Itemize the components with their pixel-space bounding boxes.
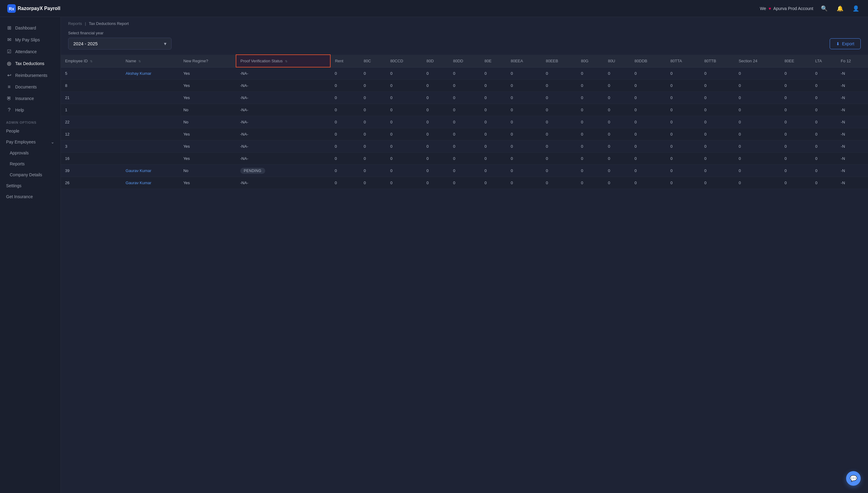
documents-icon: ≡ (6, 84, 12, 90)
sidebar-item-approvals[interactable]: Approvals (0, 147, 61, 158)
cell-proof-status: -NA- (236, 128, 331, 141)
col-emp-id: Employee ID ⇅ (61, 55, 121, 67)
cell-value: 0 (480, 80, 507, 92)
cell-value: 0 (422, 92, 449, 104)
cell-value: 0 (330, 177, 359, 189)
cell-name[interactable]: Gaurav Kumar (121, 177, 179, 189)
sidebar-item-reports[interactable]: Reports (0, 158, 61, 169)
cell-value: -N (837, 128, 868, 141)
cell-value: 0 (422, 128, 449, 141)
cell-value: -N (837, 177, 868, 189)
sidebar-item-documents[interactable]: ≡ Documents (0, 81, 61, 93)
cell-emp-id: 5 (61, 67, 121, 80)
sidebar-item-dashboard[interactable]: ⊞ Dashboard (0, 22, 61, 34)
cell-value: 0 (811, 104, 836, 116)
tax-deductions-icon: ◎ (6, 61, 12, 66)
user-button[interactable]: 👤 (851, 4, 861, 13)
cell-value: 0 (449, 177, 480, 189)
chat-button[interactable]: 💬 (846, 471, 861, 486)
sidebar-item-get-insurance[interactable]: Get Insurance (0, 191, 61, 202)
admin-section-label: ADMIN OPTIONS (0, 116, 61, 126)
cell-value: 0 (735, 128, 780, 141)
sidebar-item-reimbursements[interactable]: ↩ Reimbursements (0, 69, 61, 81)
cell-new-regime: Yes (179, 67, 236, 80)
cell-new-regime: No (179, 165, 236, 177)
financial-year-select[interactable]: 2022 - 2023 2023 - 2024 2024 - 2025 (68, 38, 171, 49)
sidebar-item-people[interactable]: People (0, 126, 61, 136)
cell-proof-status: -NA- (236, 177, 331, 189)
col-fo12: Fo 12 (837, 55, 868, 67)
cell-value: 0 (700, 116, 735, 128)
sidebar-item-settings[interactable]: Settings (0, 180, 61, 191)
cell-value: 0 (542, 80, 577, 92)
cell-value: 0 (811, 153, 836, 165)
cell-value: 0 (480, 153, 507, 165)
sidebar-item-label: People (6, 129, 19, 133)
cell-name[interactable]: Gaurav Kumar (121, 165, 179, 177)
cell-proof-status: -NA- (236, 80, 331, 92)
col-80eea: 80EEA (507, 55, 542, 67)
cell-new-regime: Yes (179, 177, 236, 189)
cell-value: 0 (630, 116, 666, 128)
cell-value: 0 (507, 153, 542, 165)
cell-name (121, 128, 179, 141)
cell-emp-id: 21 (61, 92, 121, 104)
col-section24: Section 24 (735, 55, 780, 67)
cell-value: 0 (386, 116, 422, 128)
cell-value: 0 (780, 92, 811, 104)
cell-value: 0 (386, 177, 422, 189)
cell-proof-status: -NA- (236, 141, 331, 153)
cell-proof-status: -NA- (236, 104, 331, 116)
table-wrapper[interactable]: Employee ID ⇅ Name ⇅ New Regime? Proof V… (61, 55, 868, 493)
cell-value: 0 (359, 153, 386, 165)
notifications-button[interactable]: 🔔 (835, 4, 845, 13)
cell-value: 0 (359, 104, 386, 116)
insurance-icon: ⛨ (6, 96, 12, 101)
col-80tta: 80TTA (666, 55, 700, 67)
cell-value: 0 (630, 92, 666, 104)
cell-emp-id: 26 (61, 177, 121, 189)
cell-name[interactable]: Akshay Kumar (121, 67, 179, 80)
cell-new-regime: No (179, 116, 236, 128)
cell-value: 0 (630, 141, 666, 153)
cell-value: 0 (507, 92, 542, 104)
table-row: 12Yes-NA-0000000000000000-N (61, 128, 868, 141)
cell-value: 0 (811, 92, 836, 104)
cell-value: 0 (359, 141, 386, 153)
cell-value: 0 (811, 80, 836, 92)
sidebar-item-payslips[interactable]: ✉ My Pay Slips (0, 34, 61, 46)
cell-value: -N (837, 141, 868, 153)
cell-value: 0 (666, 141, 700, 153)
sidebar-item-attendance[interactable]: ☑ Attendance (0, 46, 61, 58)
table-row: 21Yes-NA-0000000000000000-N (61, 92, 868, 104)
cell-value: 0 (577, 177, 604, 189)
sidebar-item-company-details[interactable]: Company Details (0, 169, 61, 180)
cell-value: 0 (604, 80, 630, 92)
payslips-icon: ✉ (6, 37, 12, 43)
table-row: 1No-NA-0000000000000000-N (61, 104, 868, 116)
sidebar-item-tax-deductions[interactable]: ◎ Tax Deductions (0, 58, 61, 69)
cell-value: 0 (780, 177, 811, 189)
breadcrumb-reports-link[interactable]: Reports (68, 21, 82, 26)
account-info: We ♥ Apurva Prod Account 🔍 🔔 👤 (760, 4, 861, 13)
sidebar-item-insurance[interactable]: ⛨ Insurance (0, 93, 61, 104)
sidebar-item-label: Tax Deductions (15, 61, 44, 66)
cell-value: 0 (480, 104, 507, 116)
cell-value: 0 (630, 67, 666, 80)
sidebar-item-help[interactable]: ? Help (0, 104, 61, 116)
cell-proof-status: -NA- (236, 67, 331, 80)
cell-value: 0 (480, 67, 507, 80)
cell-value: 0 (666, 177, 700, 189)
cell-value: 0 (507, 80, 542, 92)
cell-value: 0 (507, 128, 542, 141)
cell-value: 0 (700, 128, 735, 141)
search-button[interactable]: 🔍 (819, 4, 829, 13)
cell-value: 0 (386, 128, 422, 141)
cell-value: 0 (577, 92, 604, 104)
export-button[interactable]: ⬇ Export (830, 38, 861, 49)
sidebar-item-pay-employees[interactable]: Pay Employees ⌄ (0, 136, 61, 147)
cell-value: 0 (666, 67, 700, 80)
cell-value: 0 (330, 80, 359, 92)
cell-value: 0 (507, 67, 542, 80)
cell-value: 0 (735, 104, 780, 116)
